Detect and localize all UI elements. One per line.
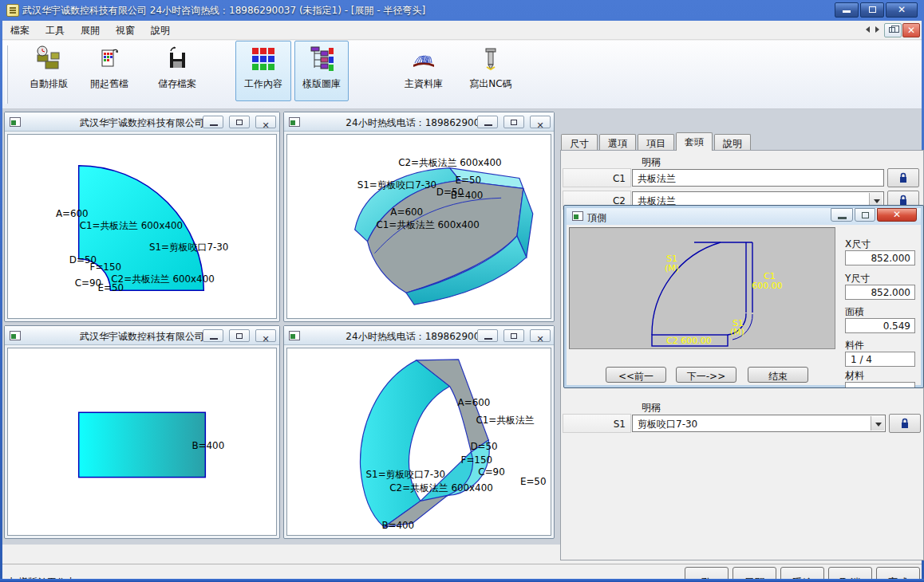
open-file-icon [96, 45, 123, 73]
close-icon: ✕ [262, 334, 269, 344]
dim-label: A=600 [458, 397, 491, 408]
s1-lock-button[interactable] [889, 414, 921, 433]
toolbar-template-library[interactable]: 樣版圖庫 [294, 41, 349, 101]
toolbar-label: 主資料庫 [405, 78, 443, 89]
dim-label: B=400 [451, 190, 484, 201]
toolbar-label: 儲存檔案 [158, 78, 196, 89]
restore-button[interactable] [503, 329, 524, 342]
template-library-icon [308, 45, 335, 73]
s1-value: 剪板咬口7-30 [638, 418, 697, 431]
minimize-icon [843, 10, 851, 13]
minimize-icon [484, 338, 492, 340]
close-icon: ✕ [262, 120, 269, 131]
tab-dimensions[interactable]: 尺寸 [561, 134, 598, 151]
restore-icon [511, 333, 517, 339]
prev-arrow-icon[interactable] [866, 26, 870, 33]
dim-label: S1=剪板咬口7-30 [357, 179, 436, 191]
toolbar-job-content[interactable]: 工作內容 [235, 41, 291, 101]
close-icon: ✕ [893, 209, 901, 220]
next-arrow-icon[interactable] [875, 26, 879, 33]
restore-button[interactable] [229, 116, 250, 128]
restore-button[interactable] [229, 329, 250, 342]
column-header: 明稱 [642, 155, 661, 169]
minimize-button[interactable] [203, 116, 223, 128]
window-bottom-border [0, 579, 924, 582]
close-button[interactable]: ✕ [530, 329, 551, 342]
lock-icon [900, 418, 910, 430]
tab-options[interactable]: 選項 [599, 134, 636, 151]
toolbar-grip[interactable] [6, 45, 8, 104]
toolbar-auto-nest[interactable]: 自動排版 [18, 41, 79, 100]
dialog-preview-drawing: S1 (M) C1 600.00 S1 (M) C2 600.00 [569, 227, 835, 349]
toolbar-label: 寫出NC碼 [469, 78, 511, 89]
maximize-button[interactable] [860, 2, 884, 18]
dim-label: E=50 [97, 282, 124, 293]
title-bar: 武汉华宇诚数控科技有限公司 24小时咨询热线：18986290037 (未指定1… [0, 0, 924, 21]
menu-file[interactable]: 檔案 [2, 21, 38, 41]
restore-icon [889, 27, 895, 33]
c1-value-field[interactable]: 共板法兰 [632, 169, 884, 187]
menu-tools[interactable]: 工具 [38, 21, 73, 41]
toolbar-open-file[interactable]: 開起舊檔 [79, 41, 140, 100]
part-value: 1 / 4 [845, 352, 915, 367]
dim-label: C1=共板法兰 [476, 415, 534, 426]
x-size-label: X尺寸 [845, 238, 871, 251]
dropdown-arrow-icon[interactable] [871, 416, 884, 431]
app-icon [6, 4, 19, 17]
dim-label: F=150 [90, 262, 121, 273]
dialog-icon [572, 211, 583, 221]
minimize-button[interactable] [477, 329, 498, 342]
mdi-close-button[interactable]: ✕ [902, 23, 920, 37]
dim-label: C1=共板法兰 600x400 [80, 220, 183, 231]
dim-label: S1=剪板咬口7-30 [149, 242, 229, 253]
tab-items[interactable]: 項目 [638, 134, 674, 151]
toolbar-main-database[interactable]: 主資料庫 [395, 41, 452, 100]
restore-icon [862, 212, 869, 218]
restore-icon [236, 333, 243, 339]
toolbar-label: 工作內容 [244, 78, 282, 89]
dim-label: A=600 [56, 208, 89, 219]
toolbar-label: 開起舊檔 [90, 78, 128, 89]
toolbar-write-nc-code[interactable]: 寫出NC碼 [462, 41, 519, 100]
close-button[interactable]: ✕ [255, 329, 276, 342]
toolbar-label: 樣版圖庫 [302, 78, 341, 89]
preview-labels: S1 (M) C1 600.00 S1 (M) C2 600.00 [665, 254, 783, 346]
window-title: 武汉华宇诚数控科技有限公司 24小时咨询热线：18986290037 (未指定1… [22, 4, 425, 18]
close-button[interactable]: ✕ [877, 208, 917, 222]
application-window: 武汉华宇诚数控科技有限公司 24小时咨询热线：18986290037 (未指定1… [0, 0, 924, 582]
dim-label: C=90 [478, 466, 504, 478]
main-database-icon [410, 45, 437, 73]
minimize-button[interactable] [477, 116, 498, 128]
close-icon: ✕ [536, 120, 543, 131]
restore-button[interactable] [503, 116, 524, 128]
next-button[interactable]: 下一->> [676, 367, 736, 383]
end-button[interactable]: 结束 [748, 367, 808, 383]
viewport-top-left: 武汉华宇诚数控科技有限公司 ✕ A=600 [4, 112, 280, 322]
close-button[interactable]: ✕ [886, 2, 918, 18]
row-key-c1: C1 [563, 168, 631, 187]
toolbar-save-file[interactable]: 儲存檔案 [147, 41, 207, 100]
minimize-icon [838, 217, 847, 219]
menu-help[interactable]: 說明 [143, 21, 178, 41]
restore-icon [236, 120, 243, 125]
close-icon: ✕ [907, 25, 915, 36]
tab-help[interactable]: 說明 [714, 134, 751, 151]
minimize-button[interactable] [831, 208, 853, 222]
mdi-restore-button[interactable] [884, 23, 902, 37]
s1-combo[interactable]: 剪板咬口7-30 [632, 415, 886, 432]
previous-button[interactable]: <<前一 [606, 367, 666, 383]
close-button[interactable]: ✕ [530, 116, 551, 128]
c1-lock-button[interactable] [887, 168, 919, 187]
svg-text:(M): (M) [665, 263, 679, 273]
restore-button[interactable] [855, 208, 875, 222]
menu-window[interactable]: 視窗 [108, 21, 143, 41]
material-value [845, 382, 915, 388]
close-button[interactable]: ✕ [255, 116, 276, 128]
menu-unfold[interactable]: 展開 [73, 21, 108, 41]
dim-label: C2=共板法兰 600x400 [111, 273, 214, 285]
minimize-button[interactable] [835, 2, 859, 18]
tab-connections[interactable]: 套頭 [676, 132, 713, 151]
rectangle-shape [79, 412, 206, 477]
part-label: 料件 [845, 339, 864, 352]
minimize-button[interactable] [203, 329, 223, 342]
